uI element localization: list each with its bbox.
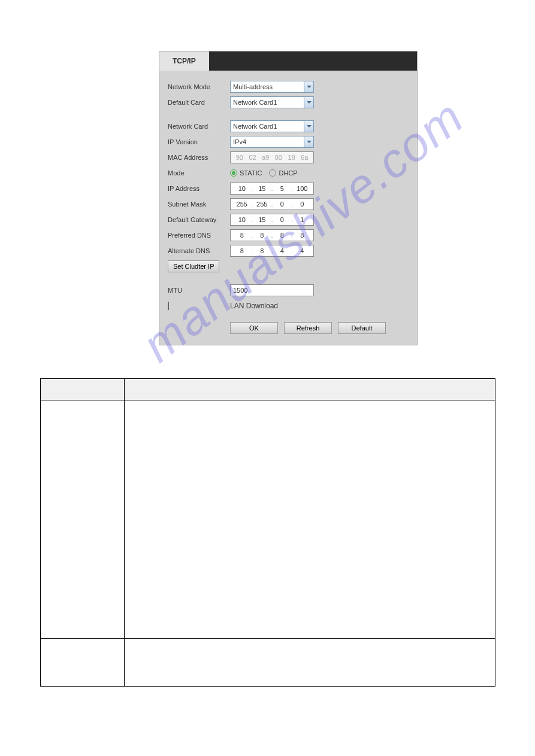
- default-card-label: Default Card: [168, 99, 230, 106]
- mac-address-field: 90 02 a9 80 18 6a: [230, 151, 314, 163]
- chevron-down-icon: [304, 97, 313, 108]
- alternate-dns-field[interactable]: 8. 8. 4. 4: [230, 245, 314, 257]
- mode-static-radio[interactable]: STATIC: [230, 169, 262, 177]
- default-card-value: Network Card1: [233, 99, 277, 106]
- doc-table: [40, 378, 495, 687]
- network-mode-value: Multi-address: [233, 83, 273, 90]
- table-cell: [41, 400, 125, 639]
- table-header-1: [41, 379, 125, 400]
- lan-download-checkbox-wrap: [168, 302, 230, 309]
- subnet-mask-field[interactable]: 255. 255. 0. 0: [230, 198, 314, 210]
- network-mode-select[interactable]: Multi-address: [230, 81, 314, 93]
- mtu-input[interactable]: 1500: [230, 284, 314, 296]
- subnet-mask-label: Subnet Mask: [168, 201, 230, 208]
- default-gateway-field[interactable]: 10. 15. 0. 1: [230, 214, 314, 226]
- preferred-dns-field[interactable]: 8. 8. 8. 8: [230, 229, 314, 241]
- set-cluster-ip-button[interactable]: Set Cludter IP: [168, 260, 219, 272]
- table-cell: [41, 639, 125, 687]
- network-card-value: Network Card1: [233, 123, 277, 130]
- chevron-down-icon: [304, 81, 313, 92]
- alternate-dns-label: Alternate DNS: [168, 247, 230, 254]
- mac-address-label: MAC Address: [168, 154, 230, 161]
- form-area: Network Mode Multi-address Default Card …: [159, 71, 417, 345]
- mode-dhcp-label: DHCP: [279, 169, 297, 177]
- mode-radio-group: STATIC DHCP: [230, 169, 298, 177]
- table-row: [41, 639, 495, 687]
- tab-bar: TCP/IP: [159, 51, 417, 71]
- mtu-label: MTU: [168, 287, 230, 294]
- ip-address-label: IP Address: [168, 185, 230, 192]
- tab-tcpip[interactable]: TCP/IP: [159, 51, 209, 71]
- preferred-dns-label: Preferred DNS: [168, 232, 230, 239]
- table-row: [41, 400, 495, 639]
- network-mode-label: Network Mode: [168, 83, 230, 90]
- table-cell: [125, 400, 495, 639]
- ip-version-value: IPv4: [233, 138, 246, 145]
- tcpip-panel: TCP/IP Network Mode Multi-address Defaul…: [159, 51, 418, 345]
- network-card-select[interactable]: Network Card1: [230, 120, 314, 132]
- mode-label: Mode: [168, 169, 230, 177]
- lan-download-checkbox[interactable]: [168, 302, 169, 310]
- mode-dhcp-radio[interactable]: DHCP: [269, 169, 297, 177]
- ip-version-select[interactable]: IPv4: [230, 136, 314, 148]
- ip-address-field[interactable]: 10. 15. 5. 100: [230, 183, 314, 195]
- default-button[interactable]: Default: [338, 322, 386, 334]
- refresh-button[interactable]: Refresh: [284, 322, 332, 334]
- ip-version-label: IP Version: [168, 138, 230, 145]
- network-card-label: Network Card: [168, 123, 230, 130]
- mode-static-label: STATIC: [240, 169, 262, 177]
- chevron-down-icon: [304, 121, 313, 132]
- default-card-select[interactable]: Network Card1: [230, 96, 314, 108]
- default-gateway-label: Default Gateway: [168, 216, 230, 223]
- radio-icon: [269, 169, 276, 177]
- radio-icon: [230, 169, 237, 177]
- lan-download-label: LAN Download: [230, 302, 278, 310]
- table-header-row: [41, 379, 495, 400]
- table-cell: [125, 639, 495, 687]
- ok-button[interactable]: OK: [230, 322, 278, 334]
- chevron-down-icon: [304, 136, 313, 147]
- table-header-2: [125, 379, 495, 400]
